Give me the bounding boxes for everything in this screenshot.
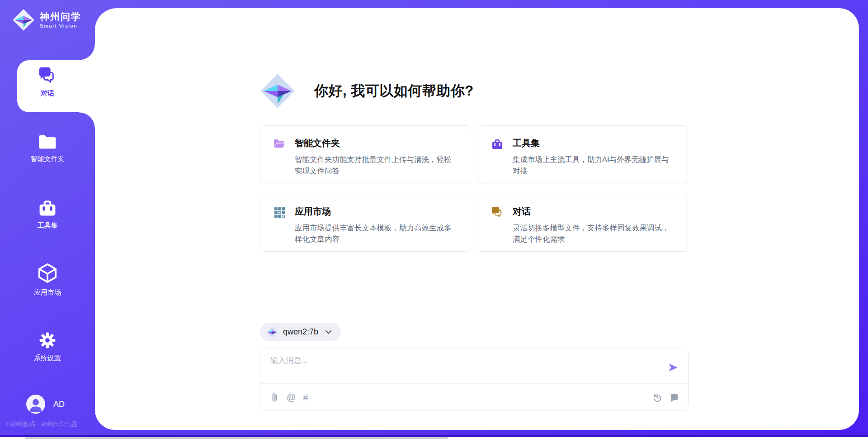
horizontal-scrollbar[interactable]: [0, 437, 868, 439]
model-diamond-icon: [266, 326, 278, 338]
sidebar-item-chat[interactable]: 对话: [0, 66, 95, 98]
card-description: 灵活切换多模型文件，支持多样回复效果调试，满足个性化需求: [513, 222, 675, 245]
copyright-text: ©神州数码 · 神州问学出品: [6, 420, 77, 429]
mention-icon[interactable]: @: [287, 393, 296, 402]
toolbox-icon: [38, 198, 57, 217]
sidebar-item-label: 应用市场: [34, 288, 61, 297]
model-selector[interactable]: qwen2:7b: [260, 323, 341, 341]
card-description: 智能文件夹功能支持批量文件上传与清洗，轻松实现文件问答: [295, 154, 457, 177]
sidebar-item-label: 对话: [41, 89, 54, 98]
brand-name: 神州问学: [40, 11, 81, 22]
brand-subtitle: Smart Vision: [40, 23, 81, 29]
hashtag-icon[interactable]: #: [303, 393, 308, 402]
user-initials: AD: [53, 400, 65, 409]
cube-icon: [37, 262, 58, 284]
gear-icon: [38, 331, 57, 350]
main-panel: 你好, 我可以如何帮助你? 智能文件夹 智能文件夹功能支持批量文件上传与清洗，轻…: [95, 8, 859, 430]
card-description: 应用市场提供丰富长文本模板，助力高效生成多样化文章内容: [295, 222, 457, 245]
sidebar-item-smart-folder[interactable]: 智能文件夹: [0, 133, 95, 163]
sidebar: 神州问学 Smart Vision 对话 智能文件夹 工具集 应用市场: [0, 0, 95, 439]
card-title: 应用市场: [295, 205, 457, 218]
card-title: 智能文件夹: [295, 137, 457, 149]
feature-cards: 智能文件夹 智能文件夹功能支持批量文件上传与清洗，轻松实现文件问答 工具集 集成…: [260, 125, 689, 252]
card-chat[interactable]: 对话 灵活切换多模型文件，支持多样回复效果调试，满足个性化需求: [478, 194, 688, 252]
user-profile[interactable]: AD: [26, 395, 65, 414]
scrollbar-thumb[interactable]: [25, 437, 448, 439]
folder-icon: [38, 133, 57, 151]
card-description: 集成市场上主流工具，助力AI与外界无缝扩展与对接: [513, 154, 675, 177]
grid-icon: [273, 206, 286, 219]
folder-open-icon: [273, 138, 286, 150]
brand: 神州问学 Smart Vision: [12, 8, 81, 32]
message-composer: @ #: [260, 348, 689, 411]
sidebar-item-label: 工具集: [38, 221, 58, 230]
sidebar-item-app-market[interactable]: 应用市场: [0, 262, 95, 297]
sidebar-item-label: 系统设置: [34, 354, 61, 363]
card-app-market[interactable]: 应用市场 应用市场提供丰富长文本模板，助力高效生成多样化文章内容: [260, 194, 470, 252]
chat-bubble-icon[interactable]: [670, 393, 679, 402]
assistant-diamond-icon: [259, 72, 296, 110]
message-input[interactable]: [270, 355, 641, 381]
card-title: 对话: [513, 205, 675, 218]
brand-diamond-icon: [12, 8, 35, 32]
sidebar-item-label: 智能文件夹: [31, 155, 65, 163]
send-icon[interactable]: [667, 362, 679, 373]
sidebar-item-settings[interactable]: 系统设置: [0, 331, 95, 363]
card-title: 工具集: [513, 137, 675, 149]
model-name: qwen2:7b: [283, 327, 318, 337]
chevron-down-icon: [325, 330, 332, 334]
composer-toolbar: @ #: [270, 384, 679, 411]
greeting-block: 你好, 我可以如何帮助你?: [259, 72, 474, 110]
attachment-icon[interactable]: [270, 392, 279, 402]
greeting-title: 你好, 我可以如何帮助你?: [314, 81, 474, 100]
card-smart-folder[interactable]: 智能文件夹 智能文件夹功能支持批量文件上传与清洗，轻松实现文件问答: [260, 125, 470, 183]
sidebar-item-toolset[interactable]: 工具集: [0, 198, 95, 230]
chat-icon: [38, 66, 57, 85]
card-toolset[interactable]: 工具集 集成市场上主流工具，助力AI与外界无缝扩展与对接: [478, 125, 688, 183]
chat-bubbles-icon: [491, 206, 504, 219]
briefcase-icon: [491, 138, 504, 150]
person-icon: [26, 395, 45, 414]
avatar: [26, 395, 45, 414]
history-icon[interactable]: [652, 392, 662, 402]
